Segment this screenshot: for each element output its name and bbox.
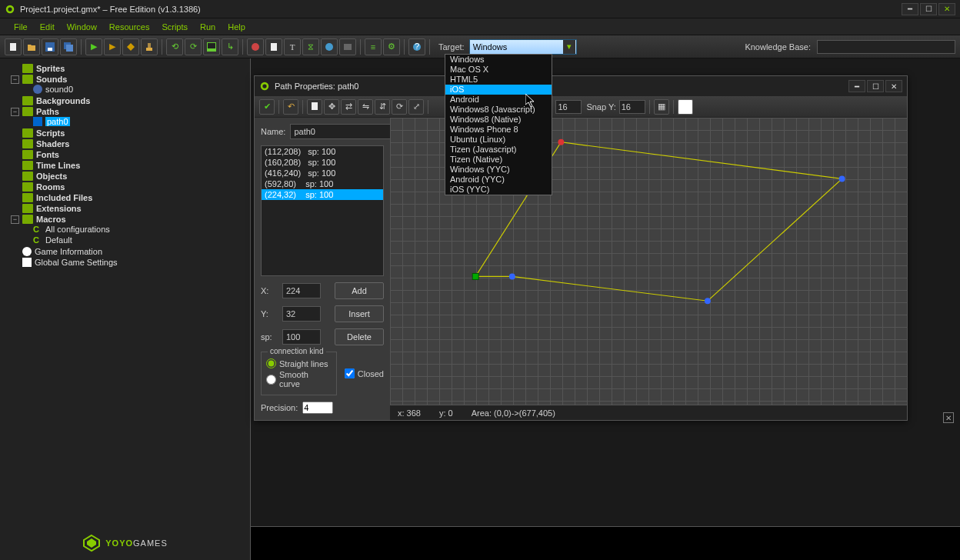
object-button[interactable]	[321, 38, 338, 55]
path-move-button[interactable]: ✥	[324, 99, 339, 115]
target-option[interactable]: HTML5	[445, 75, 552, 85]
tree-ggs[interactable]: Global Game Settings	[11, 258, 250, 267]
constants-button[interactable]: ≡	[365, 38, 382, 55]
tree-timelines[interactable]: Time Lines	[11, 161, 250, 170]
closed-checkbox[interactable]: Closed	[345, 352, 384, 395]
target-option[interactable]: Ubuntu (Linux)	[445, 135, 552, 145]
target-option[interactable]: Windows (YYC)	[445, 165, 552, 175]
menu-resources[interactable]: Resources	[103, 21, 156, 33]
straight-radio[interactable]: Straight lines	[266, 358, 332, 368]
point-row[interactable]: (112,208) sp: 100	[262, 146, 383, 157]
nav-back-button[interactable]: ⟲	[166, 38, 183, 55]
path-shift-button[interactable]: ⇄	[341, 99, 356, 115]
tree-shaders[interactable]: Shaders	[11, 139, 250, 148]
insert-button[interactable]: Insert	[335, 305, 384, 322]
tree-backgrounds[interactable]: Backgrounds	[11, 96, 250, 105]
debug-button[interactable]: ▶	[104, 38, 121, 55]
point-row[interactable]: (224,32) sp: 100	[262, 189, 383, 200]
settings-button[interactable]: ⚙	[383, 38, 400, 55]
precision-input[interactable]	[302, 402, 333, 414]
tree-rooms[interactable]: Rooms	[11, 182, 250, 192]
new-project-button[interactable]	[5, 38, 22, 55]
points-list[interactable]: (112,208) sp: 100(160,208) sp: 100(416,2…	[261, 145, 384, 276]
path-rotate-button[interactable]: ⟳	[392, 99, 407, 115]
run-button[interactable]: ▶	[85, 38, 102, 55]
tree-fonts[interactable]: Fonts	[11, 150, 250, 159]
menu-help[interactable]: Help	[222, 21, 252, 33]
clean-button[interactable]	[141, 38, 158, 55]
tree-extensions[interactable]: Extensions	[11, 204, 250, 213]
open-project-button[interactable]	[23, 38, 40, 55]
output-panel[interactable]	[251, 526, 960, 560]
kb-search-input[interactable]	[817, 40, 955, 54]
add-button[interactable]: Add	[335, 282, 384, 299]
path-window-titlebar[interactable]: Path Properties: path0 ━ ☐ ✕	[255, 76, 907, 96]
path-max-button[interactable]: ☐	[867, 80, 884, 92]
tree-macros[interactable]: −Macros	[11, 215, 250, 224]
path-undo-button[interactable]: ↶	[283, 99, 298, 115]
tree-sounds[interactable]: −Sounds	[11, 75, 250, 84]
target-option[interactable]: Windows8 (Native)	[445, 115, 552, 125]
tree-default[interactable]: CDefault	[22, 235, 250, 245]
export-button[interactable]: ↳	[222, 38, 238, 55]
tree-sprites[interactable]: Sprites	[11, 64, 250, 73]
target-option[interactable]: iOS (YYC)	[445, 185, 552, 195]
help-button[interactable]: ?	[408, 38, 425, 55]
terminal-button[interactable]	[203, 38, 220, 55]
script-button[interactable]	[265, 38, 282, 55]
point-row[interactable]: (160,208) sp: 100	[262, 157, 383, 168]
delete-button[interactable]: Delete	[335, 328, 384, 345]
close-button[interactable]: ✕	[938, 3, 955, 15]
font-button[interactable]: T	[284, 38, 301, 55]
tree-scripts[interactable]: Scripts	[11, 128, 250, 138]
point-row[interactable]: (416,240) sp: 100	[262, 168, 383, 178]
tree-all-configs[interactable]: CAll configurations	[22, 225, 250, 234]
sprite-button[interactable]	[247, 38, 264, 55]
stop-button[interactable]	[122, 38, 139, 55]
tree-included[interactable]: Included Files	[11, 193, 250, 202]
tree-path0[interactable]: path0	[22, 117, 250, 126]
target-select[interactable]: Windows ▾	[469, 39, 577, 55]
y-input[interactable]	[282, 306, 321, 322]
x-input[interactable]	[282, 283, 321, 298]
room-button[interactable]	[339, 38, 356, 55]
save-button[interactable]	[42, 38, 58, 55]
tree-objects[interactable]: Objects	[11, 172, 250, 181]
menu-edit[interactable]: Edit	[34, 21, 61, 33]
target-option[interactable]: Windows Phone 8	[445, 125, 552, 135]
path-min-button[interactable]: ━	[848, 80, 865, 92]
point-row[interactable]: (592,80) sp: 100	[262, 178, 383, 189]
snapx-input[interactable]	[555, 100, 582, 114]
path-clear-button[interactable]	[307, 99, 322, 115]
tree-gameinfo[interactable]: Game Information	[11, 247, 250, 256]
sp-input[interactable]	[282, 329, 321, 345]
menu-scripts[interactable]: Scripts	[155, 21, 194, 33]
path-mirrorv-button[interactable]: ⇵	[375, 99, 390, 115]
target-option[interactable]: Windows	[445, 55, 552, 65]
path-name-input[interactable]	[290, 124, 404, 139]
minimize-button[interactable]: ━	[902, 3, 918, 15]
tree-paths[interactable]: −Paths	[11, 107, 250, 116]
smooth-radio[interactable]: Smooth curve	[266, 370, 332, 388]
path-close-button[interactable]: ✕	[885, 80, 902, 92]
resource-tree[interactable]: Sprites −Sounds sound0 Backgrounds −Path…	[0, 58, 251, 526]
nav-fwd-button[interactable]: ⟳	[185, 38, 202, 55]
timeline-button[interactable]: ⧖	[302, 38, 319, 55]
path-mirrorh-button[interactable]: ⇋	[358, 99, 373, 115]
snapy-input[interactable]	[619, 100, 645, 114]
target-option[interactable]: Tizen (Native)	[445, 155, 552, 165]
menu-window[interactable]: Window	[61, 21, 103, 33]
target-option[interactable]: Mac OS X	[445, 65, 552, 75]
menu-file[interactable]: File	[8, 21, 34, 33]
bg-toggle-button[interactable]	[678, 99, 693, 115]
path-ok-button[interactable]: ✔	[259, 99, 275, 115]
path-scale-button[interactable]: ⤢	[408, 99, 424, 115]
save-all-button[interactable]	[60, 38, 77, 55]
panel-close-icon[interactable]: ✕	[943, 412, 954, 423]
menu-run[interactable]: Run	[194, 21, 222, 33]
target-option[interactable]: Tizen (Javascript)	[445, 145, 552, 155]
tree-sound0[interactable]: sound0	[22, 85, 250, 94]
maximize-button[interactable]: ☐	[920, 3, 937, 15]
grid-toggle-button[interactable]: ▦	[654, 99, 669, 115]
target-option[interactable]: Android (YYC)	[445, 175, 552, 185]
